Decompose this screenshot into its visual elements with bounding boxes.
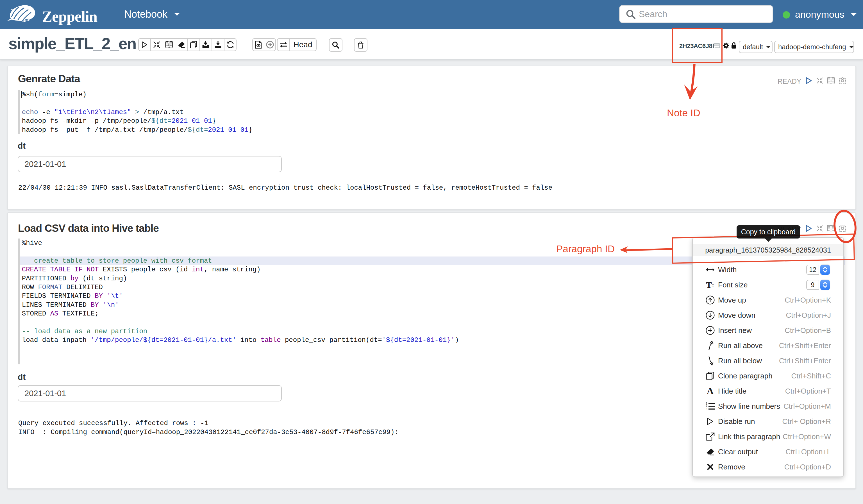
svg-text:3: 3 <box>706 408 708 410</box>
